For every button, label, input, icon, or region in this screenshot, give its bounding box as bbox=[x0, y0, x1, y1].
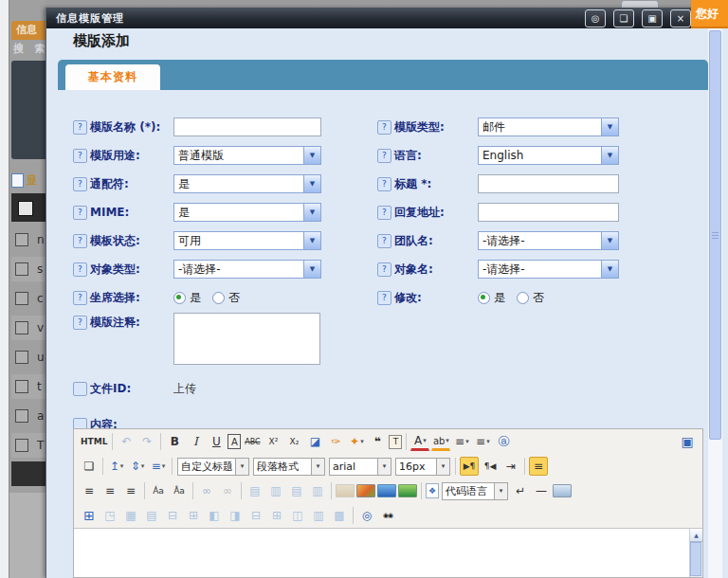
link-button[interactable]: ∞ bbox=[197, 481, 216, 500]
bold-button[interactable]: B bbox=[165, 432, 184, 451]
ordered-list-button[interactable]: ≡▾ bbox=[452, 432, 471, 451]
find-replace-button[interactable]: ◉◉ bbox=[378, 506, 397, 525]
text-input[interactable] bbox=[478, 174, 619, 193]
select-field[interactable]: 是▼ bbox=[173, 174, 321, 193]
scroll-up-icon[interactable]: ▲ bbox=[690, 529, 702, 542]
help-icon[interactable]: ? bbox=[377, 149, 391, 163]
radio-button[interactable] bbox=[478, 292, 490, 304]
align-right-button[interactable]: ≡ bbox=[100, 481, 119, 500]
chevron-down-icon[interactable]: ▾ bbox=[494, 483, 507, 499]
chevron-down-icon[interactable]: ▾ bbox=[436, 459, 449, 475]
insert-chart-button[interactable] bbox=[377, 484, 396, 497]
row-insert-below-button[interactable]: ⊞ bbox=[184, 506, 203, 525]
chevron-down-icon[interactable]: ▼ bbox=[303, 261, 320, 278]
greeting-badge[interactable]: 您好 bbox=[691, 0, 728, 28]
tab-basic-info[interactable]: 基本资料 bbox=[65, 64, 160, 90]
cell-properties-button[interactable]: ▤ bbox=[142, 506, 161, 525]
select-field[interactable]: 普通模版▼ bbox=[173, 146, 321, 165]
row-checkbox[interactable] bbox=[15, 409, 28, 423]
underline-button[interactable]: U bbox=[207, 432, 226, 451]
select-field[interactable]: -请选择-▼ bbox=[478, 231, 619, 250]
word-spacing-button[interactable]: Âa bbox=[170, 481, 189, 500]
select-field[interactable]: 是▼ bbox=[173, 203, 321, 222]
row-insert-above-button[interactable]: ⊟ bbox=[163, 506, 182, 525]
font-color-button[interactable]: A▾ bbox=[410, 433, 429, 451]
upload-link[interactable]: 上传 bbox=[173, 379, 196, 398]
select-field[interactable]: English▼ bbox=[478, 146, 619, 165]
help-icon[interactable]: ? bbox=[377, 262, 391, 277]
help-icon[interactable]: ? bbox=[73, 262, 87, 277]
rtl-paragraph-button[interactable]: ¶◀ bbox=[481, 457, 500, 476]
superscript-button[interactable]: X² bbox=[264, 432, 282, 451]
chevron-down-icon[interactable]: ▼ bbox=[303, 147, 320, 164]
layout-button-1[interactable]: ▤ bbox=[246, 481, 264, 500]
page-break-button[interactable] bbox=[553, 484, 572, 497]
dialog-scrollbar-thumb[interactable] bbox=[709, 30, 721, 440]
editor-scrollbar[interactable]: ▲ bbox=[689, 529, 702, 577]
help-icon[interactable] bbox=[73, 382, 87, 396]
row-checkbox[interactable] bbox=[15, 439, 28, 452]
dialog-scrollbar[interactable] bbox=[708, 28, 722, 578]
select-field[interactable]: 可用▼ bbox=[173, 231, 321, 250]
format-brush-button[interactable]: ✑ bbox=[326, 432, 345, 451]
new-document-button[interactable]: ❏ bbox=[80, 457, 99, 476]
select-field[interactable]: -请选择-▼ bbox=[173, 260, 321, 279]
fullscreen-button[interactable]: ▣ bbox=[678, 432, 697, 451]
close-button[interactable]: × bbox=[670, 9, 691, 27]
text-input[interactable] bbox=[173, 117, 321, 136]
anchor-button[interactable]: ⓐ bbox=[494, 432, 513, 451]
help-icon[interactable]: ? bbox=[73, 234, 87, 248]
row-checkbox[interactable] bbox=[15, 380, 28, 393]
blockquote-button[interactable]: ❝ bbox=[368, 432, 387, 451]
row-delete-button[interactable]: ⊟ bbox=[246, 506, 265, 525]
letter-spacing-button[interactable]: Áa bbox=[149, 481, 168, 500]
help-icon[interactable]: ? bbox=[377, 177, 391, 191]
help-icon[interactable]: ? bbox=[377, 120, 391, 135]
help-icon[interactable]: ? bbox=[377, 234, 391, 248]
col-insert-left-button[interactable]: ◧ bbox=[205, 506, 224, 525]
subscript-button[interactable]: X₂ bbox=[284, 432, 303, 451]
insert-code-button[interactable]: ❖ bbox=[426, 483, 439, 498]
chevron-down-icon[interactable]: ▾ bbox=[311, 459, 324, 475]
select-field[interactable]: 邮件▼ bbox=[478, 117, 619, 136]
text-effect-button[interactable]: ✦▾ bbox=[347, 432, 366, 451]
chevron-down-icon[interactable]: ▼ bbox=[303, 204, 320, 221]
row-checkbox[interactable] bbox=[15, 351, 28, 364]
help-icon[interactable]: ? bbox=[73, 149, 87, 163]
chevron-down-icon[interactable]: ▾ bbox=[377, 459, 391, 475]
help-icon[interactable]: ? bbox=[377, 206, 391, 220]
help-icon[interactable]: ? bbox=[73, 120, 87, 135]
html-source-button[interactable]: HTML bbox=[80, 432, 108, 451]
insert-image-button[interactable] bbox=[356, 484, 375, 497]
line-height-button[interactable]: ≡▾ bbox=[149, 457, 168, 476]
row-checkbox[interactable] bbox=[15, 233, 28, 246]
chevron-down-icon[interactable]: ▼ bbox=[601, 232, 618, 249]
cell-merge-button[interactable]: ◫ bbox=[288, 506, 307, 525]
cell-split-h-button[interactable]: ▥ bbox=[309, 506, 328, 525]
col-insert-right-button[interactable]: ◨ bbox=[226, 506, 245, 525]
code-language-select[interactable]: 代码语言▾ bbox=[442, 482, 508, 500]
font-family-select[interactable]: arial▾ bbox=[329, 458, 391, 476]
paste-plain-button[interactable]: T bbox=[389, 435, 402, 449]
comment-textarea[interactable] bbox=[173, 313, 320, 365]
help-icon[interactable]: ? bbox=[377, 291, 391, 305]
insert-map-button[interactable] bbox=[398, 484, 417, 497]
text-input[interactable] bbox=[478, 203, 619, 222]
italic-button[interactable]: I bbox=[186, 432, 205, 451]
table-delete-button[interactable]: ◳ bbox=[100, 506, 119, 525]
align-left-button[interactable]: ≡ bbox=[529, 457, 548, 476]
indent-button[interactable]: ⇥ bbox=[501, 457, 520, 476]
strikethrough-button[interactable]: ABC bbox=[243, 432, 262, 451]
table-properties-button[interactable]: ▦ bbox=[121, 506, 140, 525]
cell-split-v-button[interactable]: ▩ bbox=[330, 506, 349, 525]
row-checkbox[interactable] bbox=[15, 321, 28, 334]
chevron-down-icon[interactable]: ▼ bbox=[601, 118, 618, 135]
select-field[interactable]: -请选择-▼ bbox=[478, 260, 619, 279]
layout-button-4[interactable]: ▥ bbox=[308, 481, 327, 500]
row-checkbox[interactable] bbox=[15, 262, 28, 276]
align-justify-button[interactable]: ≡ bbox=[121, 481, 140, 500]
maximize-button[interactable]: ❏ bbox=[613, 9, 634, 27]
col-delete-button[interactable]: ⊞ bbox=[267, 506, 286, 525]
editor-scrollbar-thumb[interactable] bbox=[690, 542, 701, 576]
horizontal-rule-button[interactable]: — bbox=[532, 481, 551, 500]
